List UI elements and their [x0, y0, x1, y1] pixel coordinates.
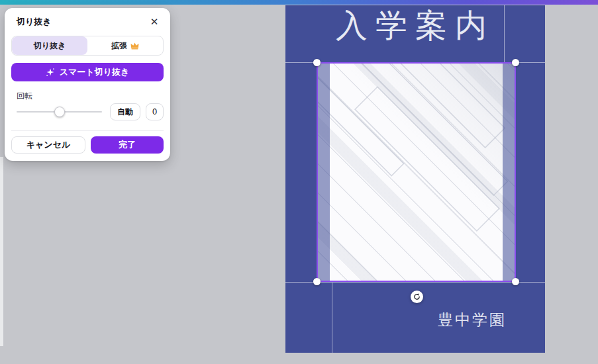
poster-footer-text[interactable]: 豊中学園	[438, 310, 507, 330]
abstract-diagonal-artwork	[318, 64, 515, 281]
cropped-out-region-right	[503, 64, 515, 281]
crop-mode-tabs: 切り抜き 拡張	[11, 36, 164, 56]
rotation-slider-thumb[interactable]	[54, 107, 65, 117]
crop-selection[interactable]	[317, 62, 516, 282]
rotation-controls: 自動 0	[11, 103, 164, 120]
crop-handle-bottom-left[interactable]	[313, 278, 321, 285]
crown-icon	[130, 42, 139, 50]
rotation-slider[interactable]	[17, 103, 102, 120]
rotate-handle[interactable]	[411, 291, 423, 303]
auto-rotate-button[interactable]: 自動	[110, 103, 140, 120]
smart-crop-label: スマート切り抜き	[60, 66, 130, 78]
crop-guide-line-bottom	[285, 282, 545, 283]
rotation-label: 回転	[17, 91, 164, 102]
crop-handle-bottom-right[interactable]	[512, 278, 519, 285]
close-icon: ✕	[150, 17, 159, 27]
close-button[interactable]: ✕	[148, 15, 161, 28]
left-edge-panel-sliver	[0, 157, 3, 346]
cancel-button[interactable]: キャンセル	[11, 136, 85, 154]
crop-guide-line-right	[504, 5, 505, 62]
panel-divider	[11, 130, 164, 131]
photo-being-cropped[interactable]	[318, 64, 515, 281]
done-button[interactable]: 完了	[91, 136, 164, 154]
tab-expand-label: 拡張	[111, 40, 127, 52]
crop-panel-title: 切り抜き	[17, 16, 52, 28]
poster-title-text[interactable]: 入学案内	[285, 5, 545, 45]
rotation-value-input[interactable]: 0	[146, 103, 164, 120]
crop-handle-top-right[interactable]	[512, 59, 519, 66]
rotate-icon	[413, 293, 421, 300]
cropped-out-region-left	[318, 64, 330, 281]
crop-guide-line-left	[332, 283, 332, 353]
design-page[interactable]: 入学案内 豊中学園	[285, 5, 545, 353]
toolbar-gradient-edge	[0, 0, 598, 5]
auto-rotate-label: 自動	[117, 107, 133, 118]
tab-crop-label: 切り抜き	[34, 40, 66, 52]
smart-crop-button[interactable]: スマート切り抜き	[11, 63, 164, 81]
crop-panel: 切り抜き ✕ 切り抜き 拡張 スマート切り抜き 回転	[5, 8, 170, 161]
tab-crop[interactable]: 切り抜き	[12, 36, 87, 55]
crop-panel-header: 切り抜き ✕	[11, 15, 164, 28]
crop-handle-top-left[interactable]	[313, 59, 321, 66]
sparkle-icon	[46, 68, 55, 77]
panel-footer-buttons: キャンセル 完了	[11, 136, 164, 154]
tab-expand[interactable]: 拡張	[87, 36, 163, 55]
